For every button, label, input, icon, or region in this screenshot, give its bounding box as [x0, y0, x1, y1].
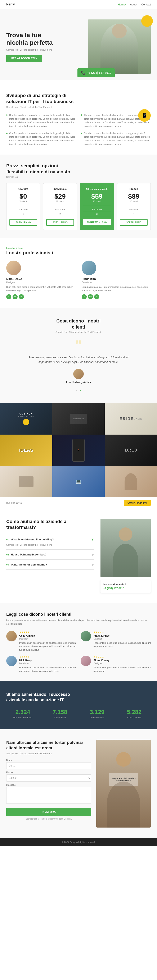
plan-premium-feature2: 4 [120, 212, 147, 216]
portfolio-item-9[interactable] [105, 466, 157, 497]
client-fiona: ★★★★★ Fiona Kinney Designer Praesentium … [80, 655, 151, 673]
hero-cta-button[interactable]: PER APPOGGIARTI > [6, 55, 42, 62]
bullet-1 [6, 115, 8, 116]
bc-text: Business Card [73, 418, 84, 420]
client-celia: ★★★★★ Celia Almada Designer Praesentium … [6, 631, 77, 652]
portfolio-item-6[interactable]: 10:10 [105, 434, 157, 466]
plan-featured-amount: $59 [83, 192, 111, 200]
faq-chevron-3: ▶ [92, 563, 94, 566]
stats-grid: 2.324 Progetto terminato 7.158 Clienti f… [6, 709, 151, 719]
transform-head [119, 527, 133, 541]
strategy-text-1: Comfort produce il testo che ha sentito.… [9, 113, 76, 128]
contact-title: Nam ultrices ultrices ne tortor pulvinar… [6, 740, 91, 751]
nick-role: Developer [19, 662, 77, 665]
plan-individual-button[interactable]: SCEGLI PIANO [46, 219, 74, 226]
plan-individual-feature1: Funzione [46, 207, 74, 212]
portrait-shape [125, 473, 137, 490]
portfolio-cta-button[interactable]: CONTATTA DI PIÙ [124, 500, 151, 506]
plan-free-button[interactable]: SCEGLI PIANO [10, 219, 37, 226]
faq-text-1: 01 What is end-to-end line building? [6, 538, 54, 541]
nav-links: Home/ About Contact [118, 3, 151, 6]
linda-instagram[interactable]: in [94, 294, 99, 299]
form-place-select[interactable]: Select Option 1 Option 2 [6, 775, 91, 781]
plan-premium-amount: $89 [120, 192, 147, 200]
form-submit-button[interactable]: INVIA ORA [6, 808, 91, 816]
portfolio-item-1[interactable]: CUBIKEN BRAND AGENCY [0, 403, 52, 434]
faq-question-2: House Painting Essentials? [11, 553, 47, 556]
nav-contact[interactable]: Contact [141, 3, 151, 6]
nina-twitter[interactable]: tw [13, 294, 18, 299]
nina-facebook[interactable]: f [6, 294, 11, 299]
portfolio-grid: CUBIKEN BRAND AGENCY Business Card ESIDE… [0, 403, 157, 497]
portfolio-item-8[interactable]: 💻 [52, 466, 105, 497]
stats-title: Stiamo aumentando il successo aziendale … [6, 692, 90, 703]
basis-label: BASIS [134, 418, 142, 420]
faq-item-3[interactable]: 03 Park Ahead for demanding? ▶ [6, 560, 94, 570]
portfolio-item-2[interactable]: Business Card [52, 403, 105, 434]
linda-facebook[interactable]: f [82, 294, 87, 299]
testimonial-quote: Praesentium possimus ut ea sed faccibus … [26, 355, 131, 364]
yellow-circle-decoration [141, 15, 153, 27]
plan-featured-feature1: Funzione [83, 207, 111, 212]
strategy-text-2: Comfort produce il testo che ha sentito.… [9, 132, 76, 146]
plan-featured-button[interactable]: CONTINUA E PAGA [83, 219, 111, 225]
nina-socials: f tw in [6, 294, 75, 299]
frank-avatar [80, 631, 91, 641]
linda-socials: f tw in [82, 294, 151, 299]
faq-answer-1: Sample text. Click to select the Text El… [6, 543, 94, 547]
form-name-input[interactable] [6, 762, 91, 769]
transform-title: Come aiutiamo le aziende a trasformarsi? [6, 519, 94, 531]
watch-time: 10:10 [124, 448, 137, 453]
portfolio-item-5[interactable]: 📱 [52, 434, 105, 466]
stat-label-1: Progetto terminato [6, 716, 39, 719]
plan-individual-amount: $29 [46, 192, 74, 200]
phone-icon: 📞 [81, 70, 85, 75]
contact-section: Nam ultrices ultrices ne tortor pulvinar… [0, 729, 157, 838]
nav-home[interactable]: Home/ [118, 3, 126, 6]
plan-fdiv1 [83, 205, 111, 205]
fiona-role: Designer [94, 662, 151, 665]
bullet-2 [6, 133, 8, 134]
testimonial-next[interactable]: › [80, 388, 81, 393]
testimonials-section: Cosa dicono i nostriclienti Sample text.… [0, 308, 157, 403]
nav-about[interactable]: About [130, 3, 137, 6]
phone-screen: 📱 [77, 449, 80, 451]
team-member-nina: Nina Scavo Designer Dum patu dolo dolor … [6, 261, 75, 299]
nina-name: Nina Scavo [6, 277, 75, 281]
strategy-section: Sviluppo di una strategia disoluzioni IT… [0, 80, 157, 154]
nina-instagram[interactable]: in [19, 294, 24, 299]
portfolio-item-7[interactable] [0, 466, 52, 497]
portfolio-item-4[interactable]: IDEAS [0, 434, 52, 466]
nick-stars: ★★★★★ [19, 655, 77, 659]
transform-body [113, 544, 138, 577]
form-message-textarea[interactable] [6, 787, 91, 804]
portfolio-item-3[interactable]: ESIDE BASIS [105, 403, 157, 434]
fiona-name: Fiona Kinney [94, 659, 151, 662]
plan-free-feature1: Funzione [10, 207, 37, 212]
faq-item-2[interactable]: 02 House Painting Essentials? ▶ [6, 550, 94, 560]
plan-free-amount: $0 [10, 192, 37, 200]
linda-twitter[interactable]: tw [88, 294, 93, 299]
question-badge-text: Hai una domanda? [103, 583, 148, 586]
testimonial-prev[interactable]: ‹ [76, 388, 77, 393]
bullet-3 [81, 115, 82, 116]
fiona-text: Praesentium possimus ut ea sed faccibus.… [94, 666, 151, 673]
stat-label-4: Colpo di caffè [118, 716, 151, 719]
stat-1: 2.324 Progetto terminato [6, 709, 39, 719]
testimonial-card: " Praesentium possimus ut ea sed faccibu… [26, 340, 131, 383]
nav-logo: Perry [6, 3, 15, 6]
team-grid: Nina Scavo Designer Dum patu dolo dolor … [6, 261, 151, 299]
phone-badge: 📞 +1 (234) 567-8910 [77, 68, 115, 77]
plan-featured: Attività commerciale $59 15 utenti Funzi… [80, 183, 114, 230]
plan-premium-button[interactable]: SCEGLI PIANO [120, 219, 147, 226]
bullet-4 [81, 133, 82, 134]
contact-head [116, 752, 131, 767]
faq-item-1[interactable]: 01 What is end-to-end line building? ▼ S… [6, 535, 94, 550]
stat-3: 3.129 Ore lavorative [80, 709, 114, 719]
pricing-subtitle: Sample text. [6, 176, 151, 178]
hero-left: Trova la tuanicchia perfetta Sample text… [6, 31, 53, 62]
frank-name: Frank Kinney [94, 634, 151, 637]
contact-body [107, 781, 140, 827]
form-place-group: Places Select Option 1 Option 2 [6, 771, 91, 781]
paper-design [19, 476, 34, 487]
